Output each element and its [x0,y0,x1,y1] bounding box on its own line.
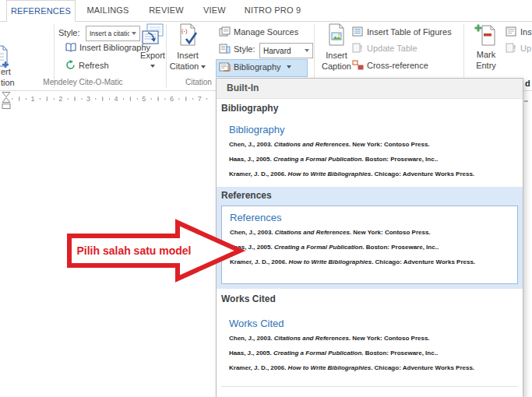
insert-caption-button[interactable]: Insert Caption [316,23,357,75]
document-partial-text: d [525,79,530,88]
tab-nitro-pro-9[interactable]: NITRO PRO 9 [237,0,308,21]
group-label-mendeley: Mendeley Cite-O-Matic [0,78,166,86]
preview-entry: Kramer, J. D., 2006. How to Write Biblio… [221,364,518,372]
open-book-icon [65,43,76,52]
bibliography-label: Bibliography [234,62,281,72]
insert-table-of-figures-button[interactable]: Insert Table of Figures [352,26,452,37]
preview-entry: Chen, J., 2003. Citations and References… [222,229,517,237]
style-icon [219,44,231,54]
cross-reference-icon [352,60,364,70]
chevron-down-icon [287,65,291,69]
gallery-section-heading-works-cited: Works Cited [221,293,523,305]
annotation-text: Pilih salah satu model [76,244,191,257]
gallery-section-heading-bibliography: Bibliography [221,103,523,114]
bibliography-gallery-dropdown: Built-In Bibliography Bibliography Chen,… [216,78,523,397]
cross-reference-button[interactable]: Cross-reference [352,60,428,70]
ruler-number: 4 [112,95,120,104]
update-table-button[interactable]: ! Update Table [352,43,417,53]
cross-reference-label: Cross-reference [367,61,428,70]
bibliography-icon [219,61,231,72]
chevron-down-icon [305,49,309,52]
mendeley-style-label: Style: [58,28,80,37]
export-icon [141,23,164,45]
bibliography-style-value: Harvard [263,47,291,55]
preview-entry: Haas, J., 2005. Creating a Formal Public… [222,244,517,251]
chevron-down-icon [201,65,206,69]
refresh-button[interactable]: Refresh [65,60,109,70]
insert-citation-mendeley-button[interactable]: ert tion [0,44,30,94]
preview-entry: Haas, J., 2005. Creating a Formal Public… [221,156,518,163]
manage-sources-icon [219,26,231,37]
group-label-citation: Citation [185,78,212,86]
style-label: Style: [234,44,255,54]
ruler-number: 5 [140,95,148,104]
insert-citation-label-line2: Citation [170,61,199,71]
preview-title: Bibliography [221,124,518,136]
preview-entry: Haas, J., 2005. Creating a Formal Public… [221,350,518,357]
bibliography-style-row: Style: [219,44,255,54]
citation-style-value: Insert a citation t... [90,30,129,37]
references-preview-box: References Chen, J., 2003. Citations and… [221,206,518,284]
insert-citation-partial-label: ert [1,67,11,76]
svg-text:!: ! [513,44,516,53]
word-references-screenshot: { "tabs": { "references": "REFERENCES", … [0,0,532,397]
tab-view[interactable]: VIEW [192,0,237,21]
indent-markers[interactable] [2,92,11,112]
ruler-number: 7 [196,95,203,104]
preview-entry: Chen, J., 2003. Citations and References… [221,141,518,149]
preview-entry: Kramer, J. D., 2006. How to Write Biblio… [222,258,517,266]
insert-table-of-figures-label: Insert Table of Figures [367,27,452,37]
mendeley-citation-style-combobox[interactable]: Insert a citation t... [86,26,140,41]
export-label: Export [139,50,167,61]
gallery-bottom-divider [221,386,518,387]
tabbar-divider [0,21,532,22]
chevron-down-icon [150,65,155,68]
ruler-number: 2 [57,95,65,104]
mark-entry-label-line1: Mark [468,49,504,60]
ruler-number: 1 [29,95,37,104]
mark-entry-label-line2: Entry [468,60,504,71]
insert-bibliography-button[interactable]: Insert Bibliography [65,43,150,52]
insert-citation-label-line1: Insert [167,50,209,61]
insert-citation-icon: (-) [178,23,198,47]
insert-caption-label-line2: Caption [316,61,357,72]
manage-sources-label: Manage Sources [234,27,298,37]
insert-index-partial-label: Ins [520,27,532,37]
tab-review[interactable]: REVIEW [140,0,192,21]
gallery-item-references-selected[interactable]: References References Chen, J., 2003. Ci… [217,187,523,289]
update-index-button[interactable]: ! Up [506,43,531,53]
preview-title: Works Cited [221,318,518,330]
ruler-number: 3 [84,95,92,104]
gallery-item-works-cited[interactable]: Works Cited Chen, J., 2003. Citations an… [221,314,518,372]
insert-index-button[interactable]: Ins [506,26,532,37]
ruler-right-sliver [524,100,528,102]
insert-index-icon [506,26,517,37]
update-index-partial-label: Up [520,44,531,53]
mark-entry-button[interactable]: Mark Entry [468,23,504,75]
svg-text:!: ! [360,44,362,53]
manage-sources-button[interactable]: Manage Sources [219,26,298,37]
ribbon-tab-bar: REFERENCES MAILINGS REVIEW VIEW NITRO PR… [0,0,532,22]
mark-entry-icon [474,23,498,47]
bibliography-button[interactable]: Bibliography [219,61,291,72]
preview-title: References [222,212,517,224]
insert-citation-page-plus-icon [0,45,10,69]
update-table-label: Update Table [367,44,417,53]
insert-caption-label-line1: Insert [316,50,357,61]
ruler-number: 6 [168,95,176,104]
tab-mailings[interactable]: MAILINGS [76,0,140,21]
preview-entry: Kramer, J. D., 2006. How to Write Biblio… [221,170,518,178]
gallery-header-built-in: Built-In [217,79,523,99]
refresh-icon [65,60,76,70]
preview-entry: Chen, J., 2003. Citations and References… [221,335,518,343]
bibliography-style-combobox[interactable]: Harvard [259,43,313,58]
gallery-section-heading-references: References [221,190,518,202]
gallery-item-bibliography[interactable]: Bibliography Chen, J., 2003. Citations a… [221,121,518,178]
update-index-icon: ! [506,43,517,53]
chevron-down-icon [132,32,136,35]
insert-caption-icon [326,23,347,47]
tab-references[interactable]: REFERENCES [6,0,76,22]
insert-citation-button[interactable]: (-) Insert Citation [167,23,209,75]
table-of-figures-icon [352,26,364,37]
update-table-icon: ! [352,43,364,53]
